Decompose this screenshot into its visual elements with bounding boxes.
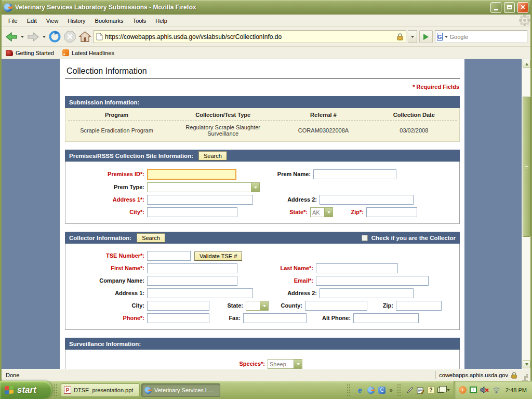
status-bar: Done cowebapps.aphis.usda.gov: [2, 369, 530, 381]
taskbar: start DTSE_presentation.ppt Veterinary S…: [0, 381, 532, 399]
menu-file[interactable]: File: [4, 16, 22, 26]
collector-city-input[interactable]: [147, 301, 209, 311]
collector-self-checkbox[interactable]: [362, 235, 368, 241]
forward-history-dropdown[interactable]: [43, 36, 46, 38]
toolbar-handle[interactable]: [397, 384, 401, 396]
prem-type-select[interactable]: [147, 182, 260, 192]
internet-explorer-icon[interactable]: e: [356, 386, 364, 394]
menu-history[interactable]: History: [63, 16, 90, 26]
collector-checkbox-label: Check if you are the Collector: [371, 235, 456, 241]
collector-state-select[interactable]: [246, 301, 269, 311]
tse-number-label: TSE Number*:: [65, 252, 147, 259]
required-fields-note: * Required Fields: [65, 84, 459, 90]
search-input[interactable]: [450, 34, 524, 40]
secure-domain-panel: cowebapps.aphis.usda.gov: [435, 371, 521, 379]
resize-grip[interactable]: [522, 372, 528, 378]
email-input[interactable]: [316, 276, 429, 286]
upload-status-icon[interactable]: ↑: [470, 387, 477, 393]
task-label: Veterinary Services L...: [154, 387, 213, 393]
windows-layers-icon[interactable]: [437, 388, 444, 393]
wireless-icon[interactable]: [492, 386, 501, 394]
menu-edit[interactable]: Edit: [22, 16, 42, 26]
premises-state-select[interactable]: AK: [310, 207, 333, 217]
toolbar-handle[interactable]: [54, 384, 58, 396]
menu-help[interactable]: Help: [151, 16, 172, 26]
maximize-icon: [507, 5, 512, 9]
muted-speaker-icon[interactable]: [480, 386, 489, 394]
collector-zip-input[interactable]: [396, 301, 442, 311]
col-collection-test-type: Collection/Test Type: [168, 112, 278, 118]
chevron-down-icon: [251, 183, 259, 192]
home-button[interactable]: [78, 31, 91, 43]
company-name-input[interactable]: [147, 276, 237, 286]
fax-input[interactable]: [243, 313, 307, 323]
url-bar[interactable]: [94, 30, 406, 43]
email-label: Email*:: [237, 277, 316, 284]
collector-zip-label: Zip:: [367, 302, 396, 309]
getting-started-icon: [6, 50, 13, 56]
menu-view[interactable]: View: [42, 16, 63, 26]
premises-address2-input[interactable]: [320, 195, 414, 205]
collector-address2-input[interactable]: [320, 288, 414, 298]
taskbar-item-powerpoint[interactable]: DTSE_presentation.ppt: [61, 383, 140, 397]
premises-search-button[interactable]: Search: [198, 151, 227, 161]
hide-icons-chevron[interactable]: ‹: [459, 386, 467, 394]
bookmark-latest-headlines[interactable]: Latest Headlines: [62, 49, 114, 56]
google-logo-icon[interactable]: G: [437, 33, 443, 41]
maximize-button[interactable]: [504, 2, 515, 13]
forward-button[interactable]: [26, 31, 40, 43]
toolbar-handle[interactable]: [347, 384, 351, 396]
tse-number-input[interactable]: [147, 251, 191, 261]
county-input[interactable]: [305, 301, 367, 311]
close-button[interactable]: ✕: [517, 2, 528, 13]
reload-button[interactable]: [48, 30, 61, 43]
vertical-scrollbar[interactable]: [522, 59, 530, 369]
minimize-button[interactable]: [490, 2, 501, 13]
col-referral: Referral #: [278, 112, 368, 118]
menu-bookmarks[interactable]: Bookmarks: [90, 16, 128, 26]
premises-address1-input[interactable]: [147, 195, 253, 205]
collector-address1-label: Address 1:: [65, 290, 147, 297]
url-input[interactable]: [105, 33, 394, 41]
alt-phone-input[interactable]: [353, 313, 419, 323]
premises-zip-input[interactable]: [366, 207, 417, 217]
collector-search-button[interactable]: Search: [137, 233, 165, 243]
validate-tse-button[interactable]: Validate TSE #: [194, 251, 242, 261]
search-engine-dropdown[interactable]: [445, 36, 448, 38]
messenger-icon[interactable]: C: [378, 387, 385, 394]
scrollbar-thumb[interactable]: [523, 97, 530, 237]
pen-icon[interactable]: [406, 387, 414, 394]
premises-city-input[interactable]: [147, 207, 237, 217]
overflow-chevron-icon[interactable]: »: [389, 387, 392, 394]
species-select[interactable]: Sheep: [268, 359, 302, 369]
search-bar[interactable]: G: [435, 30, 527, 43]
start-button[interactable]: start: [0, 381, 52, 399]
premises-id-input[interactable]: [147, 169, 236, 180]
first-name-input[interactable]: [147, 263, 237, 273]
last-name-input[interactable]: [316, 263, 398, 273]
help-icon[interactable]: ?: [428, 387, 434, 393]
last-name-label: Last Name*:: [237, 265, 316, 272]
go-button[interactable]: [419, 30, 433, 43]
firefox-window: Veterinary Services Laboratory Submissio…: [0, 0, 532, 381]
phone-input[interactable]: [147, 313, 209, 323]
species-label: Species*:: [65, 361, 268, 367]
taskbar-clock[interactable]: 2:48 PM: [506, 387, 527, 393]
surveillance-form: Species*: Sheep Number of Mature Sheep S…: [65, 350, 460, 369]
taskbar-item-firefox[interactable]: Veterinary Services L...: [141, 383, 220, 397]
stop-button[interactable]: [63, 30, 76, 43]
url-history-dropdown[interactable]: [408, 30, 417, 43]
bookmark-getting-started[interactable]: Getting Started: [6, 50, 54, 56]
scroll-down-button[interactable]: [523, 360, 530, 368]
menu-tools[interactable]: Tools: [128, 16, 151, 26]
firefox-quicklaunch-icon[interactable]: [367, 387, 375, 394]
chevron-down-icon[interactable]: [447, 389, 450, 391]
back-history-dropdown[interactable]: [21, 36, 24, 38]
back-button[interactable]: [5, 31, 18, 43]
scroll-up-button[interactable]: [523, 60, 530, 68]
notes-icon[interactable]: [417, 387, 424, 394]
collector-header: Collector Information: Search Check if y…: [65, 232, 460, 244]
prem-name-input[interactable]: [313, 169, 396, 179]
collector-address1-input[interactable]: [147, 288, 253, 298]
chevron-up-icon: [525, 63, 528, 65]
